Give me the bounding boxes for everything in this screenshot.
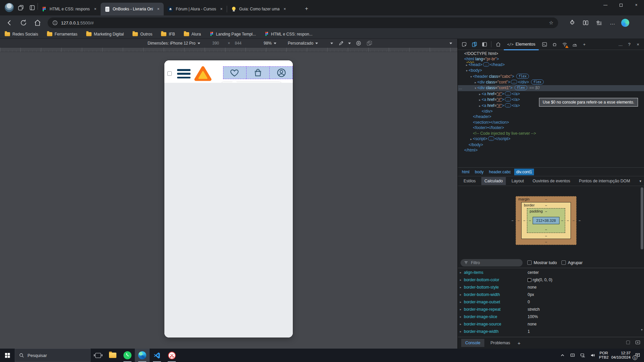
bookmark-item[interactable]: Marketing Digital [86,32,124,37]
dom-line[interactable]: ▸<script>…</script> [458,136,644,142]
expand-arrow-right-icon[interactable]: ▸ [460,330,464,333]
bookmark-item[interactable]: Landing Page Templ... [210,32,256,37]
computed-property-row[interactable]: ▸border-image-slice100% [458,313,644,320]
account-link[interactable] [270,66,293,79]
tab-close-button[interactable]: × [219,6,224,12]
expand-arrow-right-icon[interactable]: ▸ [460,322,464,326]
clock[interactable]: 12:3704/10/2024 [611,351,631,360]
copilot-icon[interactable] [621,19,629,27]
browser-tab-2[interactable]: OnBooks - Livraria Online× [101,3,164,15]
expand-arrow-right-icon[interactable]: ▸ [460,278,464,282]
window-close-button[interactable]: × [629,0,644,10]
tab-close-button[interactable]: × [282,6,287,12]
start-button[interactable] [0,349,15,362]
expand-dots-badge[interactable]: … [488,136,494,141]
cast-display-icon[interactable] [569,352,576,359]
favorites-link[interactable] [223,66,247,79]
device-toolbar-more[interactable] [449,39,452,48]
debug-bug-icon[interactable] [550,40,559,49]
dropdown-caret[interactable] [330,39,333,48]
drawer-expand-icon[interactable] [635,340,641,347]
dom-line[interactable]: </div> [458,109,644,114]
zoom-selector[interactable]: 98% [264,39,276,48]
cart-link[interactable] [247,66,270,79]
panel-tab-pontos-de-interrup-o-dom[interactable]: Pontos de interrupção DOM [576,177,633,185]
more-tabs-icon[interactable]: + [580,40,588,48]
window-maximize-button[interactable] [613,0,629,10]
tab-close-button[interactable]: × [93,6,98,12]
bookmark-item[interactable]: Alura [184,32,201,37]
computed-property-row[interactable]: ▸border-image-repeatstretch [458,306,644,313]
rotate-device-icon[interactable] [366,40,372,46]
network-conditions-icon[interactable] [560,40,569,49]
device-selector[interactable]: Dimensões: iPhone 12 Pro [148,39,200,48]
box-model-margin[interactable]: margin− − border− − padding− [516,196,577,245]
throttling-selector[interactable]: Personalizado [288,39,318,48]
expand-arrow-right-icon[interactable]: ▸ [478,92,482,97]
browser-tab-4[interactable]: Guia: Como fazer uma boa pergu× [227,3,290,15]
viewport-height-field[interactable]: 844 [235,39,241,48]
site-logo[interactable] [194,65,212,81]
panels-chevron-down-icon[interactable]: ▾ [639,179,641,183]
computed-property-row[interactable]: ▸border-bottom-colorrgb(0, 0, 0) [458,276,644,284]
bookmark-item[interactable]: Outros [132,32,152,37]
expand-arrow-right-icon[interactable]: ▸ [460,293,464,296]
expand-arrow-right-icon[interactable]: ▸ [460,286,464,289]
dom-row-menu-icon[interactable]: … [459,85,463,90]
language-indicator[interactable]: PORPTB2 [599,351,609,360]
device-toolbar-toggle-icon[interactable] [470,40,479,49]
computed-property-row[interactable]: ▸border-image-outset0 [458,298,644,306]
expand-dots-badge[interactable]: … [505,97,511,102]
site-info-icon[interactable] [52,20,58,25]
expand-arrow-right-icon[interactable]: ▸ [460,315,464,318]
breadcrumb-item-div.cont1[interactable]: div.cont1 [514,169,534,175]
dom-line[interactable]: <!DOCTYPE html> [458,51,644,56]
bookmark-item[interactable]: IFB [161,32,175,37]
favorites-list-icon[interactable] [594,18,604,27]
dropdown-caret[interactable] [348,39,351,48]
drawer-clear-icon[interactable] [625,340,631,347]
filter-input[interactable] [470,260,511,265]
tab-actions-icon[interactable] [29,4,36,11]
hamburger-menu-icon[interactable] [177,69,191,78]
expand-arrow-right-icon[interactable]: ▸ [465,62,469,68]
devtools-home-icon[interactable] [494,40,502,49]
menu-checkbox[interactable] [167,71,172,76]
dom-line[interactable]: <section></section> [458,120,644,125]
computed-property-row[interactable]: ▸border-image-sourcenone [458,320,644,328]
group-checkbox[interactable]: Agrupar [561,260,583,265]
expand-arrow-down-icon[interactable]: ▾ [474,85,477,91]
network-icon[interactable] [579,352,586,359]
tray-chevron-up-icon[interactable] [559,352,566,359]
window-minimize-button[interactable]: — [598,0,613,10]
back-icon[interactable] [5,19,13,27]
dom-line[interactable]: </body> [458,142,644,147]
breadcrumb-item-body[interactable]: body [473,169,486,175]
dom-line[interactable]: ▾<body> [458,68,644,73]
scroll-down-icon[interactable]: ▾ [641,328,643,331]
workspaces-icon[interactable] [17,4,24,11]
dom-line[interactable]: <html lang="pr-br"> [458,56,644,62]
expand-arrow-right-icon[interactable]: ▸ [478,103,482,109]
expand-dots-badge[interactable]: … [483,62,489,67]
box-model-padding[interactable]: padding− − 212×38.328 − − [527,208,565,233]
expand-arrow-right-icon[interactable]: ▸ [460,271,464,274]
devtools-close-icon[interactable]: × [634,40,642,48]
expand-dots-badge[interactable]: … [505,92,511,96]
browser-tab-3[interactable]: aFórum | Alura - Cursos online de t× [164,3,227,15]
dom-line[interactable]: </html> [458,147,644,153]
snipping-tool-button[interactable] [164,349,179,362]
dom-line[interactable]: ▸<div class="cont">…</div>flex [458,79,644,85]
bookmark-item[interactable]: HTML e CSS: respon... [265,32,313,37]
dom-line[interactable]: …▾<div class="cont1">flex== $0 [458,85,644,91]
browser-tab-1[interactable]: HTML e CSS: responsividade com× [38,3,101,15]
settings-more-icon[interactable]: … [608,18,617,27]
vscode-button[interactable] [150,349,164,362]
address-bar[interactable]: 127.0.0.1:5500/# ☆ [48,17,558,28]
panel-tab-layout[interactable]: Layout [508,177,527,185]
box-model-content[interactable]: 212×38.328 [533,217,559,224]
expand-arrow-right-icon[interactable]: ▸ [460,300,464,304]
whatsapp-button[interactable] [120,349,135,362]
computed-property-row[interactable]: ▸border-bottom-stylenone [458,284,644,291]
inspect-element-icon[interactable] [460,40,469,49]
